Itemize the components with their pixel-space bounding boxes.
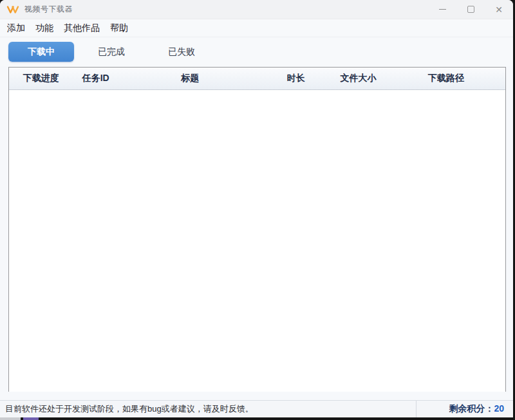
tab-bar: 下载中 已完成 已失败	[0, 37, 513, 66]
menu-item-features[interactable]: 功能	[32, 21, 57, 35]
column-header-filesize: 文件大小	[330, 68, 387, 89]
tab-completed[interactable]: 已完成	[79, 42, 144, 62]
close-icon: ✕	[495, 5, 503, 15]
credits-value: 20	[494, 403, 504, 414]
credits-remaining: 剩余积分：20	[417, 403, 513, 415]
tab-downloading[interactable]: 下载中	[8, 42, 74, 62]
desktop-sliver	[0, 417, 515, 420]
app-logo-icon	[6, 5, 19, 15]
close-button[interactable]: ✕	[485, 0, 513, 19]
desktop-fragment	[23, 417, 39, 420]
window-controls: ✕	[428, 0, 513, 19]
title-bar: 视频号下载器 ✕	[0, 0, 513, 19]
credits-label: 剩余积分：	[449, 403, 494, 414]
menu-bar: 添加 功能 其他作品 帮助	[0, 19, 513, 37]
menu-item-help[interactable]: 帮助	[106, 21, 132, 35]
maximize-icon	[467, 6, 474, 13]
desktop-fragment	[0, 417, 21, 420]
minimize-icon	[439, 9, 446, 10]
tab-failed[interactable]: 已失败	[149, 42, 214, 62]
column-header-download-path: 下载路径	[386, 68, 505, 89]
column-header-task-id: 任务ID	[73, 68, 118, 89]
app-window: 视频号下载器 ✕ 添加 功能 其他作品 帮助 下载中 已完成 已失败 下载进度 …	[0, 0, 513, 417]
table-header-row: 下载进度 任务ID 标题 时长 文件大小 下载路径	[9, 68, 505, 90]
window-title: 视频号下载器	[24, 4, 73, 15]
menu-item-add[interactable]: 添加	[3, 21, 29, 35]
maximize-button[interactable]	[456, 0, 485, 19]
menu-item-other-works[interactable]: 其他作品	[60, 21, 104, 35]
table-body-empty	[9, 90, 505, 392]
column-header-title: 标题	[118, 68, 262, 89]
downloads-table: 下载进度 任务ID 标题 时长 文件大小 下载路径	[8, 67, 506, 392]
column-header-progress: 下载进度	[9, 68, 73, 89]
status-bar: 目前软件还处于开发测试阶段，如果有bug或者建议，请及时反馈。 剩余积分：20	[0, 400, 513, 417]
column-header-duration: 时长	[262, 68, 330, 89]
status-message: 目前软件还处于开发测试阶段，如果有bug或者建议，请及时反馈。	[0, 403, 416, 415]
minimize-button[interactable]	[428, 0, 456, 19]
